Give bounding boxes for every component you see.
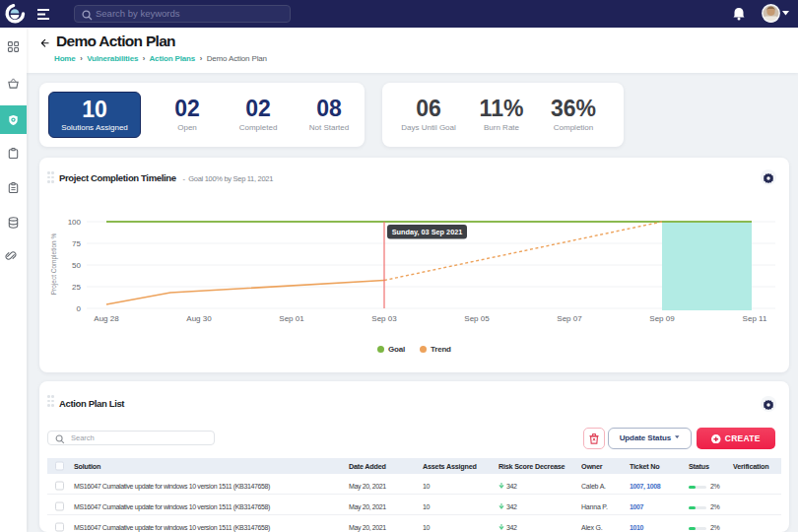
svg-text:0: 0 [77,304,82,313]
svg-text:Aug 30: Aug 30 [186,314,212,323]
svg-text:100: 100 [68,218,82,227]
svg-text:Sep 11: Sep 11 [743,314,767,323]
svg-text:Aug 28: Aug 28 [94,314,119,323]
svg-text:Sep 07: Sep 07 [557,314,582,323]
svg-text:Sep 05: Sep 05 [464,314,490,323]
svg-text:25: 25 [72,283,81,292]
svg-text:Sep 01: Sep 01 [279,314,304,323]
svg-text:Sep 03: Sep 03 [371,314,397,323]
svg-text:Sep 09: Sep 09 [649,314,675,323]
svg-text:75: 75 [72,239,81,248]
svg-text:50: 50 [72,261,81,270]
svg-text:Sunday, 03 Sep 2021: Sunday, 03 Sep 2021 [392,228,463,236]
svg-text:Project Completion %: Project Completion % [50,233,58,296]
